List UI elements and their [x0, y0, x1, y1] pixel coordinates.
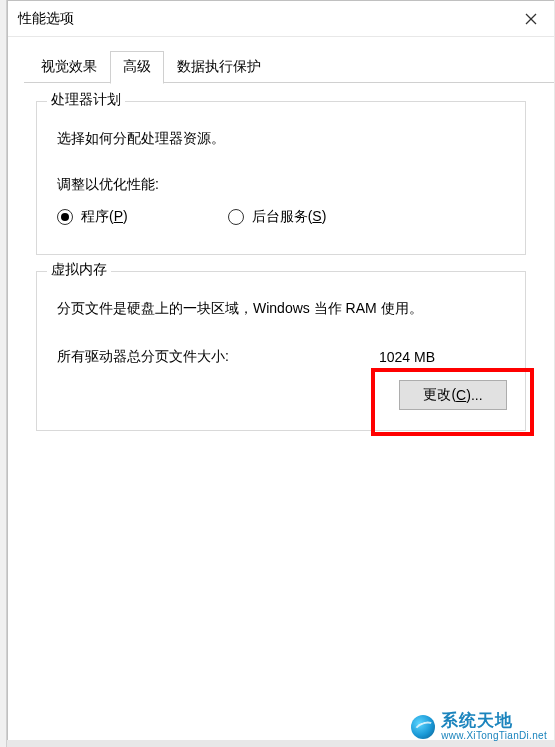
- label-suffix: ): [123, 208, 128, 224]
- tab-visual-effects[interactable]: 视觉效果: [28, 51, 110, 83]
- close-button[interactable]: [508, 1, 554, 37]
- radio-icon: [57, 209, 73, 225]
- change-button[interactable]: 更改(C)...: [399, 380, 507, 410]
- window-title: 性能选项: [18, 10, 74, 28]
- radio-icon: [228, 209, 244, 225]
- background-strip: [0, 0, 7, 747]
- tab-dep[interactable]: 数据执行保护: [164, 51, 274, 83]
- processor-desc: 选择如何分配处理器资源。: [57, 130, 511, 148]
- label-suffix: ): [322, 208, 327, 224]
- vm-total-row: 所有驱动器总分页文件大小: 1024 MB: [57, 348, 505, 366]
- label-hotkey: P: [114, 208, 123, 224]
- vm-legend: 虚拟内存: [47, 261, 111, 279]
- close-icon: [525, 13, 537, 25]
- processor-legend: 处理器计划: [47, 91, 125, 109]
- vm-total-label: 所有驱动器总分页文件大小:: [57, 348, 229, 366]
- label-hotkey: S: [312, 208, 321, 224]
- label-suffix: )...: [466, 387, 482, 403]
- optimize-label: 调整以优化性能:: [57, 176, 511, 194]
- radio-programs-label: 程序(P): [81, 208, 128, 226]
- tab-advanced[interactable]: 高级: [110, 51, 164, 84]
- advanced-panel: 处理器计划 选择如何分配处理器资源。 调整以优化性能: 程序(P) 后台服务(S…: [8, 83, 554, 447]
- radio-programs[interactable]: 程序(P): [57, 208, 128, 226]
- label-prefix: 程序(: [81, 208, 114, 224]
- radio-row: 程序(P) 后台服务(S): [57, 208, 511, 226]
- tab-row: 视觉效果 高级 数据执行保护: [8, 37, 554, 83]
- label-prefix: 更改(: [423, 386, 456, 404]
- label-hotkey: C: [456, 387, 466, 403]
- radio-background-services[interactable]: 后台服务(S): [228, 208, 327, 226]
- performance-options-dialog: 性能选项 视觉效果 高级 数据执行保护 处理器计划 选择如何分配处理器资源。 调…: [7, 0, 554, 740]
- radio-services-label: 后台服务(S): [252, 208, 327, 226]
- titlebar: 性能选项: [8, 1, 554, 37]
- processor-scheduling-group: 处理器计划 选择如何分配处理器资源。 调整以优化性能: 程序(P) 后台服务(S…: [36, 101, 526, 255]
- change-button-wrap: 更改(C)...: [51, 380, 507, 410]
- vm-total-value: 1024 MB: [379, 349, 505, 365]
- label-prefix: 后台服务(: [252, 208, 313, 224]
- virtual-memory-group: 虚拟内存 分页文件是硬盘上的一块区域，Windows 当作 RAM 使用。 所有…: [36, 271, 526, 431]
- vm-desc: 分页文件是硬盘上的一块区域，Windows 当作 RAM 使用。: [57, 300, 511, 318]
